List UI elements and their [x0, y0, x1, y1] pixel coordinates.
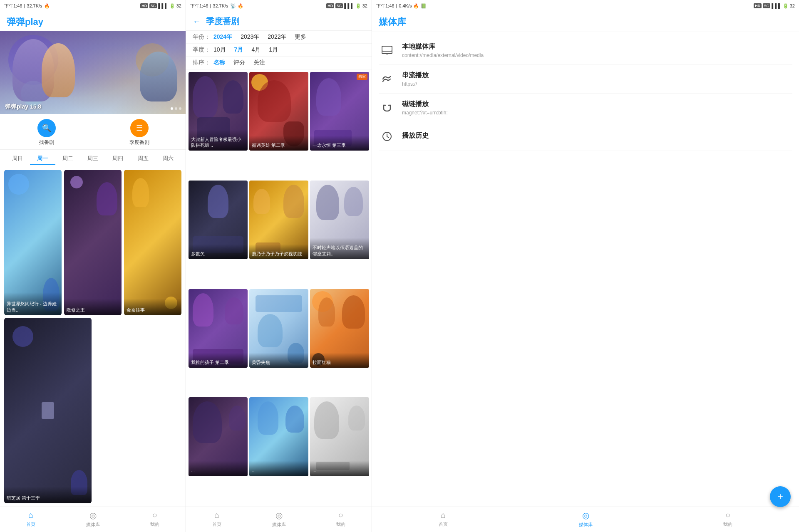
- status-right-1: HD 5G ▌▌▌ 🔋 32: [140, 3, 181, 9]
- season-card-8-title: 黄昏失焦: [252, 359, 306, 365]
- find-anime-action[interactable]: 🔍 找番剧: [0, 119, 93, 146]
- season-card-8-overlay: 黄昏失焦: [249, 353, 308, 368]
- day-tab-fri[interactable]: 周五: [130, 153, 155, 165]
- search-icon: 🔍: [37, 119, 56, 137]
- season-card-11-title: ...: [252, 468, 306, 473]
- network-1: 32.7K/s: [27, 3, 42, 8]
- sort-filter-label: 排序：: [193, 59, 213, 67]
- season-card-10-overlay: ...: [189, 461, 248, 476]
- history-icon: [379, 128, 395, 145]
- nav-mine-3[interactable]: ○ 我的: [657, 510, 799, 528]
- signal-icon-1: ▌▌▌: [158, 3, 168, 8]
- season-card-3[interactable]: 独家 一念永恒 第三季: [310, 72, 369, 151]
- history-media-item[interactable]: 播放历史: [379, 122, 792, 151]
- season-card-10-title: ...: [191, 468, 245, 473]
- magnet-media-item[interactable]: 磁链播放 magnet:?xt=urn:btih:: [379, 94, 792, 122]
- year-more[interactable]: 更多: [295, 33, 306, 41]
- sort-follow[interactable]: 关注: [253, 59, 265, 67]
- season-filter-row: 季度： 10月 7月 4月 1月: [186, 44, 372, 57]
- sort-name[interactable]: 名称: [213, 59, 225, 67]
- nav-home-3[interactable]: ⌂ 首页: [372, 510, 514, 528]
- bottom-nav-1: ⌂ 首页 ◎ 媒体库 ○ 我的: [0, 507, 186, 532]
- nav-media-1[interactable]: ◎ 媒体库: [62, 510, 124, 528]
- battery-2: 🔋: [355, 3, 361, 9]
- nav-home-label-1: 首页: [26, 521, 35, 527]
- season-card-3-overlay: 一念永恒 第三季: [310, 136, 369, 151]
- stream-media-name: 串流播放: [402, 71, 792, 80]
- hd-badge-1: HD: [140, 3, 148, 8]
- season-card-11[interactable]: ...: [249, 397, 308, 476]
- sep-2: |: [210, 3, 211, 8]
- media-icon-2: ◎: [275, 510, 283, 520]
- hero-banner[interactable]: 弹弹play 15.8: [0, 31, 186, 114]
- day-tab-sat[interactable]: 周六: [156, 153, 181, 165]
- status-bar-1: 下午1:46 | 32.7K/s 🔥 HD 5G ▌▌▌ 🔋 32: [0, 0, 186, 12]
- sort-score[interactable]: 评分: [233, 59, 245, 67]
- stream-media-info: 串流播放 https://: [402, 71, 792, 87]
- anime-card-1[interactable]: 异世界悠闲纪行 - 边养娃边当...: [4, 170, 62, 315]
- local-media-path: content://media/external/video/media: [402, 52, 792, 58]
- nav-media-2[interactable]: ◎ 媒体库: [248, 510, 310, 528]
- season-filter-options: 10月 7月 4月 1月: [213, 46, 278, 54]
- day-tab-mon[interactable]: 周一: [30, 153, 55, 165]
- history-media-name: 播放历史: [402, 131, 792, 140]
- season-card-9[interactable]: 拉面红猫: [310, 289, 369, 368]
- day-tab-wed[interactable]: 周三: [80, 153, 105, 165]
- nav-home-label-2: 首页: [212, 521, 221, 527]
- season-card-10[interactable]: ...: [189, 397, 248, 476]
- anime-card-1-title: 异世界悠闲纪行 - 边养娃边当...: [7, 301, 59, 313]
- status-left-2: 下午1:46 | 32.7K/s 📡 🔥: [190, 3, 243, 9]
- anime-card-4[interactable]: 暗芝居 第十三季: [4, 318, 92, 503]
- season-card-2[interactable]: 循讳英雄 第二季: [249, 72, 308, 151]
- season-card-2-overlay: 循讳英雄 第二季: [249, 136, 308, 151]
- day-tab-tue[interactable]: 周二: [55, 153, 80, 165]
- fab-add-button[interactable]: +: [770, 486, 791, 507]
- season-card-7[interactable]: 我推的孩子 第二季: [189, 289, 248, 368]
- stream-media-path: https://: [402, 81, 792, 87]
- anime-card-4-title: 暗芝居 第十三季: [7, 495, 89, 501]
- status-bar-2: 下午1:46 | 32.7K/s 📡 🔥 HD 5G ▌▌▌ 🔋 32: [186, 0, 372, 12]
- sep-3: |: [396, 3, 397, 8]
- nav-mine-2[interactable]: ○ 我的: [310, 510, 372, 528]
- stream-media-item[interactable]: 串流播放 https://: [379, 65, 792, 94]
- nav-home-label-3: 首页: [439, 521, 448, 527]
- season-4[interactable]: 4月: [251, 46, 261, 54]
- season-10[interactable]: 10月: [213, 46, 226, 54]
- anime-card-2-overlay: 敞修之王: [64, 299, 122, 315]
- day-tab-sun[interactable]: 周日: [5, 153, 30, 165]
- season-1[interactable]: 1月: [269, 46, 278, 54]
- season-card-4[interactable]: 多数欠: [189, 181, 248, 259]
- media-icon-1: ◎: [89, 510, 97, 520]
- nav-mine-label-1: 我的: [150, 521, 159, 527]
- network-speed-1: |: [24, 3, 25, 8]
- season-card-8[interactable]: 黄昏失焦: [249, 289, 308, 368]
- media-title: 媒体库: [379, 17, 406, 27]
- nav-home-2[interactable]: ⌂ 首页: [186, 510, 248, 528]
- nav-home-1[interactable]: ⌂ 首页: [0, 510, 62, 528]
- hero-dots: [171, 107, 181, 110]
- season-anime-action[interactable]: ☰ 季度番剧: [93, 119, 186, 146]
- year-2024[interactable]: 2024年: [213, 33, 232, 41]
- anime-card-2[interactable]: 敞修之王: [64, 170, 122, 315]
- season-card-9-overlay: 拉面红猫: [310, 353, 369, 368]
- time-1: 下午1:46: [4, 3, 22, 9]
- season-card-11-overlay: ...: [249, 461, 308, 476]
- season-card-5[interactable]: 鹿乃子乃子乃子虎视眈眈: [249, 181, 308, 259]
- battery-1: 🔋: [169, 3, 175, 9]
- local-media-item[interactable]: 本地媒体库 content://media/external/video/med…: [379, 36, 792, 65]
- char-3: [140, 52, 177, 101]
- season-card-1[interactable]: 大叔新人冒险者极最强小队拼死锻...: [189, 72, 248, 151]
- nav-mine-1[interactable]: ○ 我的: [124, 510, 186, 528]
- nav-media-3[interactable]: ◎ 媒体库: [514, 510, 657, 528]
- anime-card-3[interactable]: 金蚕往事: [124, 170, 181, 315]
- season-label: 季度番剧: [129, 139, 149, 146]
- year-2022[interactable]: 2022年: [268, 33, 286, 41]
- time-3: 下午1:46: [376, 3, 394, 9]
- season-card-12[interactable]: ...: [310, 397, 369, 476]
- day-tab-thu[interactable]: 周四: [105, 153, 130, 165]
- bottom-nav-3: ⌂ 首页 ◎ 媒体库 ○ 我的: [372, 507, 799, 532]
- back-button[interactable]: ←: [193, 17, 201, 26]
- year-2023[interactable]: 2023年: [241, 33, 259, 41]
- season-7[interactable]: 7月: [234, 46, 243, 54]
- season-card-6[interactable]: 不时轻声地以俄语遮盖的邻座艾莉...: [310, 181, 369, 259]
